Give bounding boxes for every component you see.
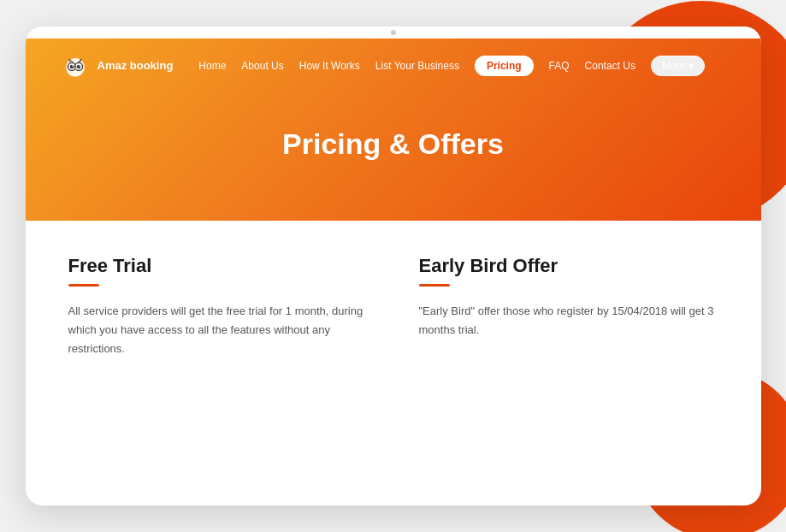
more-label: More — [662, 60, 685, 72]
nav-pricing[interactable]: Pricing — [475, 56, 534, 76]
hero-title: Pricing & Offers — [60, 127, 727, 161]
navbar: Amaz booking Home About Us How It Works … — [60, 38, 727, 93]
logo-area: Amaz booking — [60, 50, 174, 81]
svg-point-4 — [76, 65, 80, 69]
nav-about[interactable]: About Us — [241, 60, 283, 72]
more-button[interactable]: More ▾ — [651, 56, 705, 76]
svg-point-6 — [79, 65, 80, 66]
nav-home[interactable]: Home — [198, 60, 226, 72]
free-trial-divider — [68, 284, 99, 287]
device-wrapper: Amaz booking Home About Us How It Works … — [26, 27, 761, 505]
tablet-device: Amaz booking Home About Us How It Works … — [26, 27, 761, 505]
free-trial-section: Free Trial All service providers will ge… — [68, 255, 368, 358]
device-top-bar — [26, 27, 761, 38]
svg-point-3 — [69, 65, 74, 69]
early-bird-section: Early Bird Offer "Early Bird" offer thos… — [419, 255, 718, 358]
logo-icon — [60, 50, 91, 81]
logo-text: Amaz booking — [98, 59, 174, 73]
svg-point-5 — [72, 65, 73, 66]
free-trial-title: Free Trial — [68, 255, 368, 277]
free-trial-description: All service providers will get the free … — [68, 302, 368, 358]
content-section: Free Trial All service providers will ge… — [26, 221, 761, 393]
camera-dot — [391, 30, 396, 35]
hero-section: Amaz booking Home About Us How It Works … — [26, 38, 761, 221]
nav-faq[interactable]: FAQ — [549, 60, 570, 72]
chevron-down-icon: ▾ — [688, 60, 694, 72]
early-bird-description: "Early Bird" offer those who register by… — [419, 302, 718, 340]
nav-how-it-works[interactable]: How It Works — [299, 60, 360, 72]
nav-list-business[interactable]: List Your Business — [375, 60, 459, 72]
early-bird-divider — [419, 284, 450, 287]
nav-links: Home About Us How It Works List Your Bus… — [198, 56, 726, 76]
nav-contact[interactable]: Contact Us — [585, 60, 635, 72]
early-bird-title: Early Bird Offer — [419, 255, 718, 277]
